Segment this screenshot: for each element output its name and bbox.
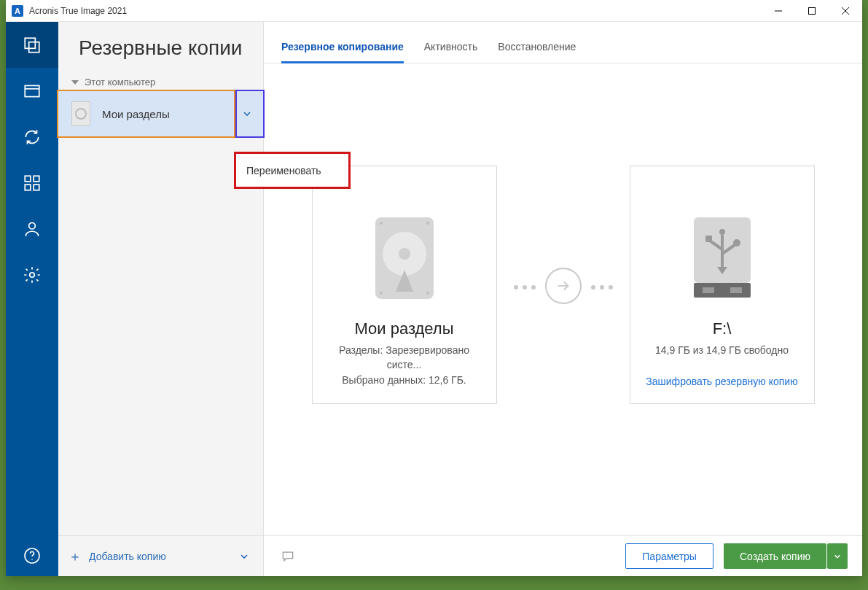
nav-settings[interactable] xyxy=(6,252,58,298)
params-button[interactable]: Параметры xyxy=(625,543,713,569)
add-backup-label: Добавить копию xyxy=(89,551,166,562)
context-menu-rename-label: Переименовать xyxy=(246,165,321,176)
user-icon xyxy=(23,220,42,238)
svg-point-12 xyxy=(29,222,36,229)
svg-point-23 xyxy=(426,292,429,295)
source-card[interactable]: Мои разделы Разделы: Зарезервировано сис… xyxy=(312,166,497,404)
backup-item-label: Мои разделы xyxy=(102,108,238,120)
tree-group-header[interactable]: Этот компьютер xyxy=(58,74,263,90)
archive-icon xyxy=(23,82,42,101)
titlebar: A Acronis True Image 2021 xyxy=(6,0,862,22)
create-backup-menu-button[interactable] xyxy=(827,543,848,569)
app-icon: A xyxy=(12,5,23,17)
chevron-down-icon[interactable] xyxy=(235,548,253,565)
encrypt-link[interactable]: Зашифровать резервную копию xyxy=(646,376,797,387)
nav-sync[interactable] xyxy=(6,114,58,160)
backup-item[interactable]: Мои разделы xyxy=(58,90,263,137)
svg-marker-16 xyxy=(71,80,79,85)
add-backup-button[interactable]: ＋ Добавить копию xyxy=(58,535,263,576)
panel-heading: Резервные копии xyxy=(58,22,263,61)
tab-bar: Резервное копирование Активность Восстан… xyxy=(264,22,862,63)
svg-point-22 xyxy=(380,292,383,295)
svg-rect-26 xyxy=(694,283,751,298)
backup-panel: Резервные копии Этот компьютер Мои разде… xyxy=(58,22,264,576)
nav-account[interactable] xyxy=(6,206,58,252)
create-backup-button[interactable]: Создать копию xyxy=(724,543,826,569)
nav-rail xyxy=(6,22,58,576)
nav-archive[interactable] xyxy=(6,68,58,114)
maximize-button[interactable] xyxy=(795,0,829,22)
tab-backup[interactable]: Резервное копирование xyxy=(281,41,404,63)
svg-rect-9 xyxy=(34,176,39,182)
svg-point-13 xyxy=(30,272,35,277)
nav-backup[interactable] xyxy=(6,22,58,68)
svg-point-32 xyxy=(733,239,740,247)
source-title: Мои разделы xyxy=(354,319,453,338)
speech-bubble-icon xyxy=(281,549,295,564)
svg-rect-5 xyxy=(29,42,39,52)
source-line2: Выбрано данных: 12,6 ГБ. xyxy=(330,373,477,387)
arrow-divider xyxy=(512,268,615,304)
nav-dashboard[interactable] xyxy=(6,160,58,206)
backup-item-menu-button[interactable] xyxy=(238,105,256,123)
help-icon xyxy=(23,547,41,564)
dest-title: F:\ xyxy=(713,319,732,338)
usb-drive-icon xyxy=(687,216,758,300)
svg-rect-4 xyxy=(25,38,35,48)
sync-icon xyxy=(23,128,42,147)
stack-icon xyxy=(23,36,42,55)
svg-point-15 xyxy=(31,559,33,560)
svg-point-19 xyxy=(399,248,410,260)
nav-help[interactable] xyxy=(6,535,58,576)
context-menu-rename[interactable]: Переименовать xyxy=(234,152,351,189)
tab-activity[interactable]: Активность xyxy=(424,41,478,63)
svg-rect-31 xyxy=(705,236,712,242)
svg-rect-8 xyxy=(25,176,31,182)
svg-rect-27 xyxy=(703,287,714,293)
caret-down-icon xyxy=(71,79,79,86)
svg-rect-28 xyxy=(730,287,742,293)
disk-icon xyxy=(71,101,90,126)
arrow-right-icon xyxy=(545,268,582,304)
hdd-icon xyxy=(371,216,438,300)
svg-rect-11 xyxy=(34,185,39,190)
dest-line1: 14,9 ГБ из 14,9 ГБ свободно xyxy=(644,343,800,357)
content-area: Резервное копирование Активность Восстан… xyxy=(264,22,862,576)
window-controls xyxy=(762,0,862,22)
svg-rect-1 xyxy=(809,7,816,14)
gear-icon xyxy=(23,265,42,284)
svg-point-20 xyxy=(380,222,383,225)
close-button[interactable] xyxy=(829,0,862,22)
plus-icon: ＋ xyxy=(69,548,82,565)
svg-point-29 xyxy=(719,229,725,235)
app-window: A Acronis True Image 2021 xyxy=(6,0,862,576)
comment-button[interactable] xyxy=(278,547,297,566)
window-title: Acronis True Image 2021 xyxy=(29,6,762,16)
tab-restore[interactable]: Восстановление xyxy=(498,41,576,63)
backup-stage: Мои разделы Разделы: Зарезервировано сис… xyxy=(264,63,862,535)
source-line1: Разделы: Зарезервировано систе... xyxy=(313,343,496,373)
svg-point-21 xyxy=(426,222,429,225)
svg-rect-10 xyxy=(25,185,31,190)
svg-rect-6 xyxy=(25,85,39,96)
tree-group-label: Этот компьютер xyxy=(85,77,155,88)
destination-card[interactable]: F:\ 14,9 ГБ из 14,9 ГБ свободно Зашифров… xyxy=(630,166,815,404)
minimize-button[interactable] xyxy=(762,0,795,22)
footer-bar: Параметры Создать копию xyxy=(264,535,862,576)
grid-icon xyxy=(23,174,42,193)
